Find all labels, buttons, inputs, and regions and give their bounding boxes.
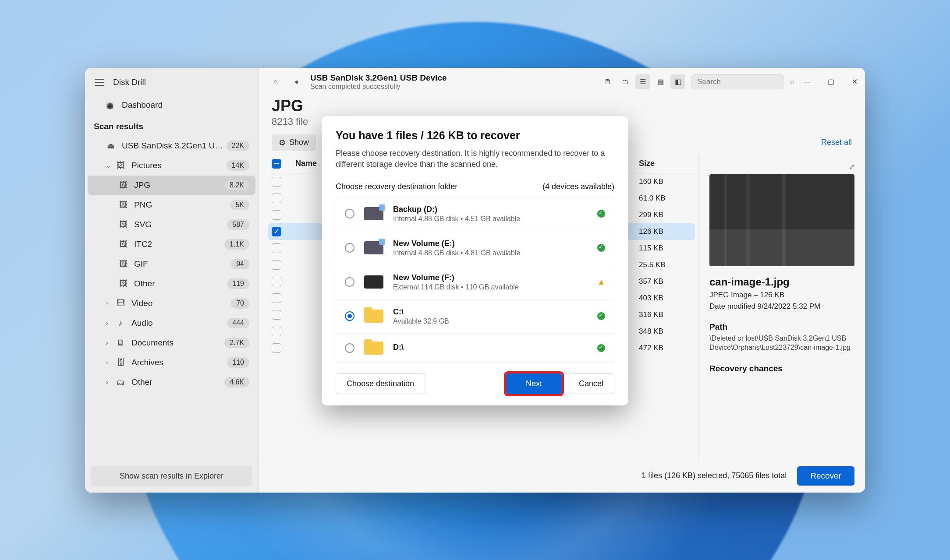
row-checkbox[interactable] <box>272 210 281 220</box>
search-input[interactable] <box>697 77 790 86</box>
maximize-button[interactable]: ▢ <box>826 77 835 86</box>
open-external-icon[interactable]: ⤢ <box>849 162 854 171</box>
tree-item-label: Archives <box>131 358 227 367</box>
row-checkbox[interactable]: ✓ <box>272 227 281 236</box>
category-icon: ♪ <box>116 319 125 327</box>
search-box[interactable]: ⌕ <box>691 74 783 89</box>
row-checkbox[interactable] <box>272 260 281 270</box>
check-badge-icon: ● <box>289 74 304 89</box>
panel-toggle-icon[interactable]: ◧ <box>670 74 685 89</box>
row-checkbox[interactable] <box>272 293 281 303</box>
row-size: 472 KB <box>639 344 691 352</box>
show-filter-button[interactable]: ⚙ Show <box>272 134 316 151</box>
app-window: Disk Drill ▦ Dashboard Scan results ⏏ US… <box>85 68 865 493</box>
grid-view-icon[interactable]: ▦ <box>653 74 668 89</box>
grid-icon: ▦ <box>106 100 114 110</box>
select-all-checkbox[interactable] <box>272 159 281 169</box>
tree-item-documents[interactable]: › 🗎 Documents 2.7K <box>88 333 255 352</box>
file-icon[interactable]: 🗎 <box>600 74 615 89</box>
close-button[interactable]: ✕ <box>850 77 859 86</box>
row-size: 160 KB <box>639 177 691 186</box>
count-badge: 22K <box>227 141 249 151</box>
tree-item-png[interactable]: 🖼 PNG 5K <box>88 195 255 215</box>
next-button[interactable]: Next <box>506 373 562 394</box>
row-size: 316 KB <box>639 310 691 319</box>
destination-radio[interactable] <box>345 311 354 321</box>
tree-item-label: JPG <box>134 180 224 190</box>
tree-item-video[interactable]: › 🎞 Video 70 <box>88 294 255 313</box>
row-checkbox[interactable] <box>272 327 281 336</box>
row-checkbox[interactable] <box>272 194 281 203</box>
view-toolbar: 🗎 🗀 ☰ ▦ ◧ <box>600 74 685 89</box>
tree-device[interactable]: ⏏ USB SanDisk 3.2Gen1 U… 22K <box>88 136 255 155</box>
destination-row[interactable]: New Volume (E:) Internal 4.88 GB disk • … <box>336 231 614 265</box>
row-checkbox[interactable] <box>272 310 281 320</box>
category-icon: 🗄 <box>116 359 125 366</box>
destination-row[interactable]: New Volume (F:) External 114 GB disk • 1… <box>336 265 614 299</box>
tree-item-itc2[interactable]: 🖼 ITC2 1.1K <box>88 235 255 254</box>
col-size-header[interactable]: Size <box>639 159 691 168</box>
recover-button[interactable]: Recover <box>797 466 854 486</box>
cancel-button[interactable]: Cancel <box>568 373 614 394</box>
app-title: Disk Drill <box>113 77 146 87</box>
tree-item-label: Other <box>134 279 227 289</box>
tree-pictures[interactable]: ⌄ 🖼 Pictures 14K <box>88 156 255 175</box>
sidebar-header: Disk Drill <box>85 68 258 95</box>
row-checkbox[interactable] <box>272 177 281 187</box>
tree-item-label: ITC2 <box>134 239 224 249</box>
minimize-button[interactable]: — <box>803 77 812 86</box>
category-icon: 🗂 <box>116 378 125 386</box>
destination-text: Backup (D:) Internal 4.88 GB disk • 4.51… <box>393 205 588 223</box>
destination-radio[interactable] <box>345 243 354 253</box>
nav-dashboard[interactable]: ▦ Dashboard <box>85 95 258 116</box>
reset-all-link[interactable]: Reset all <box>821 138 852 147</box>
destination-row[interactable]: C:\ Available 32.9 GB <box>336 299 614 333</box>
row-checkbox[interactable] <box>272 343 281 353</box>
destination-list[interactable]: Backup (D:) Internal 4.88 GB disk • 4.51… <box>336 197 614 363</box>
sliders-icon: ⚙ <box>279 138 286 148</box>
destination-radio[interactable] <box>345 209 354 218</box>
modal-devices-count: (4 devices available) <box>542 182 614 191</box>
tree-item-other[interactable]: › 🗂 Other 4.6K <box>88 373 255 392</box>
destination-name: New Volume (F:) <box>393 273 588 282</box>
tree-item-jpg[interactable]: 🖼 JPG 8.2K <box>88 176 255 195</box>
modal-body: Please choose recovery destination. It i… <box>336 148 614 170</box>
status-ok-icon <box>597 210 605 218</box>
destination-radio[interactable] <box>345 343 354 353</box>
footer: 1 files (126 KB) selected, 75065 files t… <box>259 459 865 493</box>
row-size: 403 KB <box>639 294 691 303</box>
destination-row[interactable]: D:\ <box>336 333 614 363</box>
chevron-right-icon: › <box>106 339 112 346</box>
destination-row[interactable]: Backup (D:) Internal 4.88 GB disk • 4.51… <box>336 197 614 231</box>
folder-icon <box>364 310 383 323</box>
nav-dashboard-label: Dashboard <box>122 100 163 110</box>
row-size: 25.5 KB <box>639 261 691 269</box>
tree-item-audio[interactable]: › ♪ Audio 444 <box>88 313 255 333</box>
status-ok-icon <box>597 312 605 320</box>
hamburger-icon[interactable] <box>95 79 104 86</box>
tree-item-archives[interactable]: › 🗄 Archives 110 <box>88 353 255 372</box>
detail-modified: Date modified 9/24/2022 5:32 PM <box>709 302 854 311</box>
list-view-icon[interactable]: ☰ <box>635 74 650 89</box>
tree-item-label: Audio <box>131 318 227 328</box>
destination-name: Backup (D:) <box>393 205 588 214</box>
row-size: 126 KB <box>639 227 691 236</box>
row-checkbox[interactable] <box>272 277 281 286</box>
choose-destination-button[interactable]: Choose destination <box>336 373 425 394</box>
home-icon[interactable]: ⌂ <box>268 74 283 89</box>
tree-item-other[interactable]: 🖼 Other 119 <box>88 274 255 293</box>
tree-item-gif[interactable]: 🖼 GIF 94 <box>88 254 255 274</box>
destination-radio[interactable] <box>345 277 354 287</box>
folder-icon[interactable]: 🗀 <box>618 74 633 89</box>
tree-item-svg[interactable]: 🖼 SVG 587 <box>88 215 255 234</box>
row-checkbox[interactable] <box>272 243 281 253</box>
show-in-explorer-button[interactable]: Show scan results in Explorer <box>91 466 252 486</box>
image-icon: 🖼 <box>118 280 128 288</box>
tree-device-label: USB SanDisk 3.2Gen1 U… <box>122 141 227 151</box>
tree-item-label: SVG <box>134 220 227 229</box>
destination-text: New Volume (F:) External 114 GB disk • 1… <box>393 273 588 291</box>
details-panel: ⤢ can-image-1.jpg JPEG Image – 126 KB Da… <box>698 155 865 459</box>
sidebar: Disk Drill ▦ Dashboard Scan results ⏏ US… <box>85 68 259 493</box>
category-icon: 🎞 <box>116 299 125 307</box>
window-controls: — ▢ ✕ <box>803 77 859 86</box>
